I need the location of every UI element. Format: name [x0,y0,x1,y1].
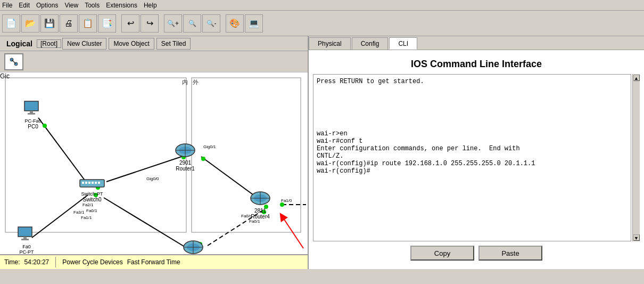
port-fa01: Fa0/1 [86,208,97,213]
new-cluster-button[interactable]: New Cluster [62,38,106,50]
svg-rect-35 [82,182,84,184]
copy-button[interactable]: 📋 [79,14,97,33]
zoom-fit-button[interactable]: 🔍 [183,14,201,33]
cli-output[interactable]: Press RETURN to get started. wai-r>en wa… [313,74,631,241]
cli-buttons: Copy Paste [313,241,640,265]
time-value: 54:20:27 [24,258,49,266]
right-panel: Physical Config CLI IOS Command Line Int… [309,36,644,269]
pc1-device[interactable]: Fa0 PC-PT PC1 [16,226,37,254]
pc0-label: PC0 [28,124,38,129]
port-gig-r0: Gic [0,72,10,80]
menu-edit[interactable]: Edit [19,2,30,9]
tab-config[interactable]: Config [352,37,389,50]
port-fa31: Fa3/1 [73,210,84,215]
router1-label: Router1 [176,166,195,172]
move-object-button[interactable]: Move Object [109,38,154,50]
svg-rect-33 [21,239,29,240]
menu-options[interactable]: Options [36,2,58,9]
menu-bar: File Edit Options View Tools Extensions … [0,0,644,11]
router0-device[interactable]: 2901 Router0 [181,238,205,254]
tab-physical[interactable]: Physical [309,37,351,50]
svg-line-2 [12,60,16,64]
port-fa21: Fa2/1 [82,202,93,207]
logical-label: Logical [2,39,37,48]
svg-point-25 [280,202,284,207]
tab-cli[interactable]: CLI [389,37,417,50]
print-button[interactable]: 🖨 [60,14,78,33]
svg-rect-30 [28,113,35,115]
toolbar: 📄 📂 💾 🖨 📋 📑 ↩ ↪ 🔍+ 🔍 🔍- 🎨 💻 [0,11,644,36]
save-button[interactable]: 💾 [40,14,59,33]
zoom-out-button[interactable]: 🔍- [202,14,220,33]
cli-panel: IOS Command Line Interface Press RETURN … [309,50,644,269]
svg-rect-32 [23,237,27,239]
port-gig00: Gig0/0 [146,176,159,181]
scroll-down[interactable]: ▼ [633,234,640,241]
open-button[interactable]: 📂 [21,14,39,33]
port-fa01-r4: Fa0/1 [249,219,260,224]
pc1-type-label: PC-PT [20,249,34,254]
router4-model-label: 2811 [254,208,266,214]
cli-title: IOS Command Line Interface [313,54,640,74]
new-button[interactable]: 📄 [2,14,20,33]
palette-button[interactable]: 🎨 [226,14,244,33]
redo-button[interactable]: ↪ [141,14,159,33]
fast-forward-btn[interactable]: Fast Forward Time [127,258,180,266]
paste-cli-button[interactable]: Paste [478,246,542,261]
set-tiled-button[interactable]: Set Tiled [156,38,191,50]
svg-rect-28 [24,101,38,111]
left-panel: Logical [Root] New Cluster Move Object S… [0,36,309,269]
menu-file[interactable]: File [2,2,12,9]
port-gig01: Gig0/1 [203,144,216,149]
pc0-device[interactable]: PC-Fa0 PC0 [22,100,44,129]
status-bar: Time: 54:20:27 Power Cycle Devices Fast … [0,254,308,269]
menu-tools[interactable]: Tools [85,2,100,9]
switch0-device[interactable]: Switch-PT Switch0 [79,176,105,202]
menu-extensions[interactable]: Extensions [106,2,137,9]
svg-rect-31 [18,227,32,237]
tab-bar: Physical Config CLI [309,36,644,50]
pc0-sublabel: PC-Fa0 [24,118,41,124]
copy-cli-button[interactable]: Copy [410,246,474,261]
svg-rect-40 [98,182,100,184]
paste-button[interactable]: 📑 [98,14,116,33]
svg-text:内: 内 [182,79,188,85]
port-fa11: Fa1/1 [81,215,92,220]
time-label: Time: [4,258,20,266]
svg-rect-5 [192,78,301,232]
root-label: [Root] [37,39,61,48]
port-fa10-r4: Fa1/0 [281,198,292,203]
svg-rect-36 [85,182,87,184]
pc1-fa-label: Fa0 [22,244,31,249]
power-cycle-btn[interactable]: Power Cycle Devices [62,258,122,266]
menu-help[interactable]: Help [144,2,157,9]
svg-line-7 [38,118,88,184]
svg-rect-39 [95,182,97,184]
svg-line-26 [282,216,303,248]
router1-model-label: 2901 [179,160,191,166]
menu-view[interactable]: View [64,2,78,9]
canvas-area[interactable]: 内 外 [0,72,308,254]
device-button[interactable]: 💻 [245,14,263,33]
status-sep-1 [55,257,56,267]
switch0-label: Switch0 [82,197,101,202]
topology-icon[interactable] [4,53,23,70]
svg-rect-29 [30,111,33,113]
undo-button[interactable]: ↩ [121,14,139,33]
router1-device[interactable]: 2901 Router1 [173,141,197,172]
port-fa0n-r4: Fa0/n [241,214,252,218]
zoom-in-button[interactable]: 🔍+ [164,14,182,33]
svg-point-19 [201,157,205,161]
scroll-up[interactable]: ▲ [633,75,640,81]
svg-text:外: 外 [193,79,199,85]
logical-bar: Logical [Root] New Cluster Move Object S… [0,36,308,51]
svg-rect-37 [88,182,90,184]
svg-rect-38 [92,182,94,184]
main-area: Logical [Root] New Cluster Move Object S… [0,36,644,269]
svg-line-10 [104,198,192,251]
switch0-type-label: Switch-PT [81,191,103,197]
cli-scrollbar[interactable]: ▲ ▼ [632,74,640,241]
network-connections: 内 外 [0,72,308,254]
